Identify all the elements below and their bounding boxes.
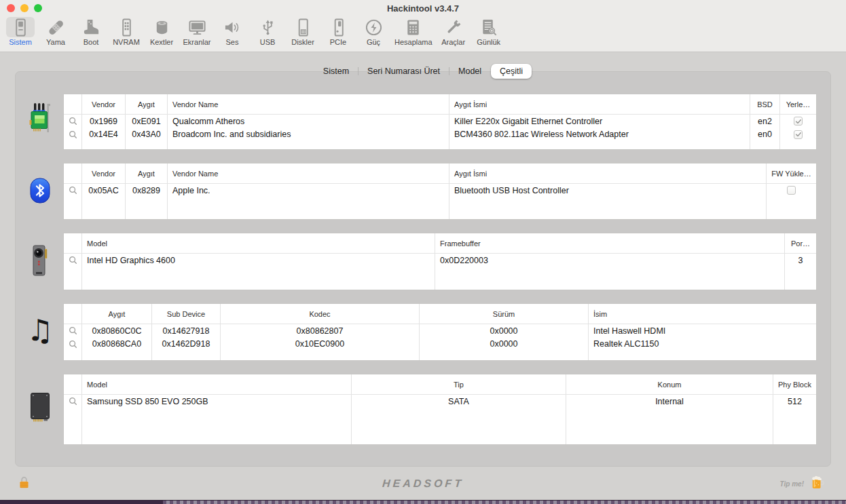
cell-i-sim[interactable]: Realtek ALC1150: [589, 338, 816, 351]
cell-ayg-t[interactable]: 0x43A0: [126, 128, 168, 142]
column-header-konum[interactable]: Konum: [566, 374, 773, 395]
toolbar-item-diskler[interactable]: Diskler: [285, 17, 320, 46]
search-icon[interactable]: [69, 130, 77, 139]
column-header-ayg-t-i-smi[interactable]: Aygıt İsmi: [449, 94, 750, 115]
table-filler-cell: [589, 351, 816, 360]
search-icon[interactable]: [69, 117, 77, 125]
tab-model[interactable]: Model: [449, 64, 490, 79]
column-header-kodec[interactable]: Kodec: [221, 304, 420, 324]
column-header-ayg-t[interactable]: Aygıt: [126, 163, 168, 184]
unchecked-checkbox[interactable]: [787, 186, 796, 195]
tip-me-label[interactable]: Tip me!: [780, 480, 804, 488]
tab-seri-numaras-ret[interactable]: Seri Numarası Üret: [358, 64, 449, 79]
search-icon[interactable]: [69, 397, 77, 406]
cell-ayg-t[interactable]: 0xE091: [126, 115, 168, 128]
cell-bsd[interactable]: en0: [750, 128, 780, 142]
column-header-yerle[interactable]: Yerle…: [780, 94, 816, 115]
cell-sub-device[interactable]: 0x1462D918: [152, 338, 221, 351]
cell-ayg-t-i-smi[interactable]: BCM4360 802.11ac Wireless Network Adapte…: [449, 128, 750, 142]
toolbar-item-ekranlar[interactable]: Ekranlar: [179, 17, 215, 46]
toolbar-item-guc[interactable]: Güç: [356, 17, 391, 46]
cell-ayg-t[interactable]: 0x80860C0C: [82, 324, 152, 338]
table-filler-cell: [126, 141, 168, 149]
table-filler-cell: [221, 351, 420, 360]
cell-s-r-m[interactable]: 0x0000: [420, 338, 589, 351]
column-header-por[interactable]: Por…: [785, 233, 816, 254]
cell-vendor[interactable]: 0x1969: [82, 115, 126, 128]
cell-phy-block[interactable]: 512: [773, 395, 816, 408]
column-header-model[interactable]: Model: [82, 233, 435, 254]
row-search-cell: [64, 338, 82, 351]
column-header-fw-y-kle[interactable]: FW Yükle…: [767, 163, 816, 184]
column-header-phy-block[interactable]: Phy Block: [773, 374, 816, 395]
audio-device-icon-area: ♫: [27, 315, 53, 346]
column-header-vendor-name[interactable]: Vendor Name: [168, 163, 449, 184]
cell-vendor[interactable]: 0x14E4: [82, 128, 126, 142]
cell-ayg-t-i-smi[interactable]: Bluetooth USB Host Controller: [449, 184, 767, 197]
cell-i-sim[interactable]: Intel Haswell HDMI: [589, 324, 816, 338]
cell-vendor-name[interactable]: Qualcomm Atheros: [168, 115, 449, 128]
toolbar-item-yama[interactable]: Yama: [38, 17, 73, 46]
cell-kodec[interactable]: 0x10EC0900: [221, 338, 420, 351]
search-icon[interactable]: [69, 340, 77, 349]
cell-model[interactable]: Intel HD Graphics 4600: [82, 254, 435, 267]
kext-icon: [147, 17, 176, 37]
toolbar-item-usb[interactable]: USB: [250, 17, 285, 46]
cell-por[interactable]: 3: [785, 254, 816, 267]
table-filler-cell: [82, 141, 126, 149]
cell-ayg-t[interactable]: 0x80868CA0: [82, 338, 152, 351]
tab-sistem[interactable]: Sistem: [314, 64, 358, 79]
cell-vendor-name[interactable]: Broadcom Inc. and subsidiaries: [168, 128, 449, 142]
cell-s-r-m[interactable]: 0x0000: [420, 324, 589, 338]
table-filler-cell: [449, 141, 750, 149]
cell-model[interactable]: Samsung SSD 850 EVO 250GB: [82, 395, 352, 408]
toolbar-item-kextler[interactable]: Kextler: [144, 17, 179, 46]
power-icon: [359, 17, 388, 37]
beer-mug-icon[interactable]: [811, 475, 824, 492]
column-header-bsd[interactable]: BSD: [750, 94, 780, 115]
cell-vendor[interactable]: 0x05AC: [82, 184, 126, 197]
column-header-i-sim[interactable]: İsim: [589, 304, 816, 324]
toolbar-item-label: Diskler: [291, 38, 314, 46]
cell-framebuffer[interactable]: 0x0D220003: [435, 254, 785, 267]
disk-icon: [289, 17, 317, 37]
toolbar-item-sistem[interactable]: Sistem: [3, 17, 38, 46]
search-icon[interactable]: [69, 256, 77, 265]
tab--e-itli[interactable]: Çeşitli: [491, 64, 532, 79]
cell-bsd[interactable]: en2: [750, 115, 780, 128]
column-header-vendor[interactable]: Vendor: [82, 163, 126, 184]
network-device-icon-area: [27, 101, 53, 136]
column-header-vendor[interactable]: Vendor: [82, 94, 126, 115]
table-filler-cell: [82, 267, 435, 290]
column-header-ayg-t-i-smi[interactable]: Aygıt İsmi: [449, 163, 767, 184]
toolbar-item-gunluk[interactable]: Günlük: [471, 17, 507, 46]
column-header-ayg-t[interactable]: Aygıt: [126, 94, 168, 115]
toolbar-item-boot[interactable]: Boot: [73, 17, 109, 46]
column-header-ayg-t[interactable]: Aygıt: [82, 304, 152, 324]
cell-sub-device[interactable]: 0x14627918: [152, 324, 221, 338]
toolbar-item-nvram[interactable]: NVRAM: [109, 17, 144, 46]
cell-ayg-t[interactable]: 0x8289: [126, 184, 168, 197]
toolbar-item-ses[interactable]: Ses: [215, 17, 250, 46]
search-icon[interactable]: [69, 326, 77, 335]
calculator-icon: [399, 17, 428, 37]
column-header-framebuffer[interactable]: Framebuffer: [435, 233, 785, 254]
column-header-sub-device[interactable]: Sub Device: [152, 304, 221, 324]
cell-tip[interactable]: SATA: [352, 395, 566, 408]
cell-ayg-t-i-smi[interactable]: Killer E220x Gigabit Ethernet Controller: [449, 115, 750, 128]
column-header-vendor-name[interactable]: Vendor Name: [168, 94, 449, 115]
search-icon[interactable]: [69, 186, 77, 195]
toolbar-item-hesaplama[interactable]: Hesaplama: [391, 17, 436, 46]
cell-vendor-name[interactable]: Apple Inc.: [168, 184, 449, 197]
cell-konum[interactable]: Internal: [566, 395, 773, 408]
column-header-model[interactable]: Model: [82, 374, 352, 395]
toolbar-item-pcie[interactable]: PCIe: [320, 17, 356, 46]
checked-checkbox[interactable]: [794, 130, 803, 139]
column-header-tip[interactable]: Tip: [352, 374, 566, 395]
checked-checkbox[interactable]: [794, 117, 803, 125]
table-filler-cell: [773, 408, 816, 445]
toolbar-item-araclar[interactable]: Araçlar: [436, 17, 471, 46]
cell-kodec[interactable]: 0x80862807: [221, 324, 420, 338]
bluetooth-icon: [30, 178, 50, 203]
column-header-s-r-m[interactable]: Sürüm: [420, 304, 589, 324]
